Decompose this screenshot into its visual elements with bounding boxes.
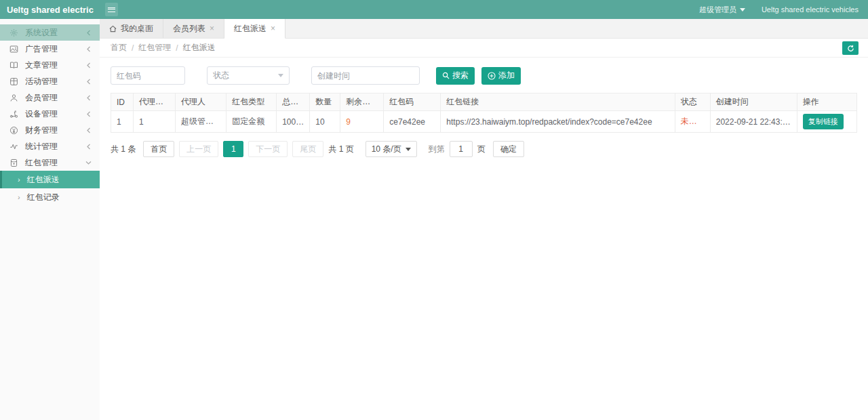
prev-page-button[interactable]: 上一页	[179, 141, 218, 157]
table-header-row: ID 代理人ID 代理人 红包类型 总金额 数量 剩余数量 红包码 红包链接 状…	[111, 93, 857, 111]
sidebar-item-label: 红包管理	[25, 157, 85, 169]
sidebar-item-system-settings[interactable]: 系统设置	[0, 24, 100, 41]
hamburger-icon	[108, 7, 115, 12]
add-button[interactable]: 添加	[481, 67, 521, 85]
confirm-button[interactable]: 确定	[493, 141, 524, 157]
site-name: Ueltg shared electric vehicles	[762, 5, 859, 14]
tab-redpacket-send[interactable]: 红包派送 ×	[224, 19, 285, 39]
cell-created: 2022-09-21 22:43:12	[710, 111, 797, 133]
pagination: 共 1 条 首页 上一页 1 下一页 尾页 共 1 页 10 条/页 到第 页 …	[100, 133, 868, 165]
sidebar-subitem-label: 红包派送	[27, 174, 60, 186]
sidebar-subitem-label: 红包记录	[27, 192, 60, 203]
sidebar-item-statistics[interactable]: 统计管理	[0, 138, 100, 154]
chevron-left-icon	[86, 127, 92, 133]
col-header-agent-id: 代理人ID	[134, 93, 176, 111]
copy-link-button[interactable]: 复制链接	[803, 114, 844, 129]
col-header-remaining: 剩余数量	[340, 93, 384, 111]
breadcrumb-separator: /	[132, 43, 134, 53]
page-1-button[interactable]: 1	[223, 141, 243, 157]
activity-icon	[8, 77, 19, 86]
goto-suffix-label: 页	[477, 144, 486, 155]
cell-status: 未抢完	[675, 111, 710, 133]
tab-label: 红包派送	[234, 23, 267, 35]
col-header-status: 状态	[675, 93, 710, 111]
app-title: Ueltg shared electric	[0, 5, 100, 15]
redpacket-icon	[8, 159, 19, 167]
per-page-select[interactable]: 10 条/页	[366, 141, 417, 157]
add-button-label: 添加	[498, 70, 515, 81]
status-select-value: 状态	[213, 70, 229, 81]
redpacket-code-input[interactable]	[111, 66, 185, 85]
circle-plus-icon	[488, 72, 496, 80]
sidebar-item-label: 广告管理	[25, 43, 86, 55]
chevron-left-icon	[86, 30, 92, 36]
sidebar-item-label: 系统设置	[25, 27, 86, 39]
close-icon[interactable]: ×	[210, 24, 214, 33]
sidebar-subitem-redpacket-send[interactable]: › 红包派送	[0, 171, 100, 188]
sidebar-item-ads[interactable]: 广告管理	[0, 41, 100, 57]
sidebar-item-articles[interactable]: 文章管理	[0, 57, 100, 73]
breadcrumb: 首页 / 红包管理 / 红包派送	[100, 39, 868, 58]
col-header-actions: 操作	[797, 93, 856, 111]
breadcrumb-home[interactable]: 首页	[111, 42, 127, 54]
sidebar-item-label: 财务管理	[25, 125, 86, 136]
sidebar: 系统设置 广告管理 文章管理	[0, 19, 100, 420]
chevron-left-icon	[86, 144, 92, 150]
cell-link: https://23.haiwaiym.top/redpacket/index?…	[441, 111, 675, 133]
sidebar-item-finance[interactable]: 财务管理	[0, 122, 100, 138]
sidebar-item-redpacket[interactable]: 红包管理	[0, 154, 100, 171]
user-dropdown-label: 超级管理员	[699, 5, 736, 15]
search-button[interactable]: 搜索	[436, 67, 475, 85]
chevron-down-icon	[406, 148, 411, 151]
chevron-down-icon	[278, 74, 283, 77]
total-count-text: 共 1 条	[111, 144, 136, 155]
chevron-left-icon	[86, 95, 92, 101]
first-page-button[interactable]: 首页	[143, 141, 174, 157]
sidebar-item-label: 设备管理	[25, 108, 86, 120]
breadcrumb-section[interactable]: 红包管理	[138, 42, 171, 54]
tab-label: 会员列表	[173, 23, 205, 35]
sidebar-toggle-button[interactable]	[105, 3, 118, 16]
cell-agent-id: 1	[134, 111, 176, 133]
chevron-down-icon	[740, 8, 745, 12]
next-page-button[interactable]: 下一页	[248, 141, 288, 157]
col-header-created: 创建时间	[710, 93, 797, 111]
close-icon[interactable]: ×	[271, 24, 275, 33]
created-time-input[interactable]	[311, 66, 420, 85]
total-pages-text: 共 1 页	[328, 144, 353, 155]
breadcrumb-current: 红包派送	[183, 42, 216, 54]
goto-page-input[interactable]	[450, 141, 473, 157]
cell-code: ce7e42ee	[384, 111, 441, 133]
per-page-value: 10 条/页	[372, 144, 401, 155]
device-icon	[8, 110, 19, 119]
chevron-right-icon: ›	[18, 193, 20, 201]
tab-member-list[interactable]: 会员列表 ×	[163, 19, 224, 38]
sidebar-item-devices[interactable]: 设备管理	[0, 106, 100, 122]
goto-prefix-label: 到第	[429, 144, 445, 155]
user-icon	[8, 93, 19, 102]
chevron-left-icon	[86, 62, 92, 68]
sidebar-item-activities[interactable]: 活动管理	[0, 73, 100, 89]
sidebar-item-label: 会员管理	[25, 92, 86, 104]
refresh-icon	[847, 45, 854, 52]
chevron-down-icon	[85, 160, 92, 165]
cell-total: 100.00	[277, 111, 310, 133]
last-page-button[interactable]: 尾页	[292, 141, 323, 157]
refresh-button[interactable]	[842, 41, 859, 55]
cell-actions: 复制链接	[797, 111, 856, 133]
cell-agent: 超级管理员	[176, 111, 226, 133]
chevron-left-icon	[86, 79, 92, 85]
sidebar-item-members[interactable]: 会员管理	[0, 89, 100, 106]
col-header-id: ID	[111, 93, 134, 111]
cell-type: 固定金额	[226, 111, 277, 133]
status-select[interactable]: 状态	[207, 66, 290, 85]
table-row: 1 1 超级管理员 固定金额 100.00 10 9 ce7e42ee http…	[111, 111, 857, 133]
home-icon	[109, 25, 117, 33]
cell-id: 1	[111, 111, 134, 133]
topbar: Ueltg shared electric 超级管理员 Ueltg shared…	[0, 0, 868, 19]
user-dropdown[interactable]: 超级管理员	[699, 5, 745, 15]
col-header-type: 红包类型	[226, 93, 277, 111]
tab-desktop[interactable]: 我的桌面	[100, 19, 163, 38]
chevron-right-icon: ›	[18, 175, 20, 184]
sidebar-subitem-redpacket-records[interactable]: › 红包记录	[0, 188, 100, 206]
